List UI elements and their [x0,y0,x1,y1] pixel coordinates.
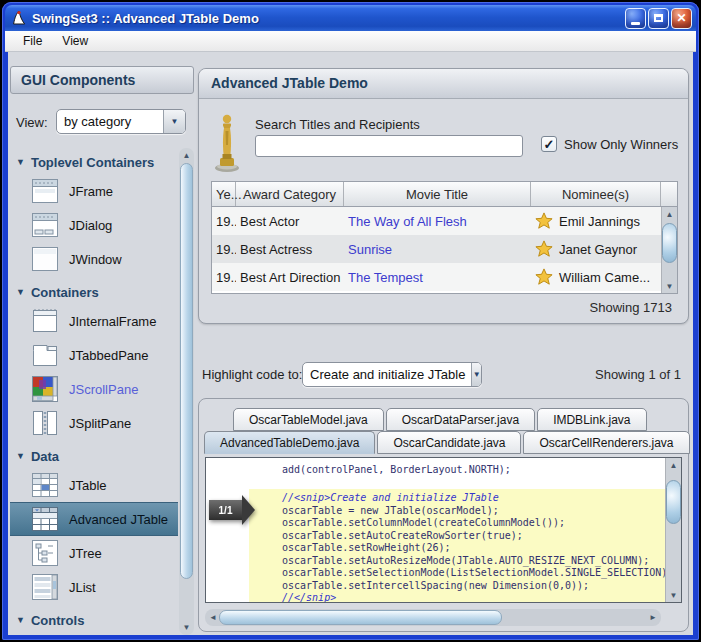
tree-item-advanced-jtable[interactable]: Advanced JTable [10,502,178,536]
table-row[interactable]: 19... Best Actor The Way of All Flesh Em… [212,207,661,235]
collapse-triangle-icon: ▼ [16,287,25,297]
jsplitpane-icon [30,408,60,438]
highlight-code-label: Highlight code to: [202,367,302,382]
tree-section-label: Controls [31,613,84,628]
table-status: Showing 1713 [590,300,672,315]
restore-button[interactable] [648,8,669,29]
scroll-down-icon[interactable]: ▼ [666,588,681,602]
code-tabs-row-2: AdvancedTableDemo.java OscarCandidate.ja… [204,431,688,454]
togglebuttons-icon [30,634,60,635]
jlist-icon [30,572,60,602]
code-line: add(controlPanel, BorderLayout.NORTH); [206,464,665,477]
tree-item-jlist[interactable]: JList [10,570,178,604]
tree-section-controls[interactable]: ▼ Controls [10,608,178,632]
table-scrollbar[interactable]: ▲ ▼ [661,207,677,293]
tree-section-label: Toplevel Containers [31,155,154,170]
scroll-up-icon[interactable]: ▲ [662,207,677,221]
tree-item-jsplitpane[interactable]: JSplitPane [10,406,178,440]
table-scrollbar-thumb[interactable] [662,223,677,263]
column-header-movie-title[interactable]: Movie Title [344,182,531,206]
code-vscroll-thumb[interactable] [666,480,681,524]
table-header: Ye... Award Category Movie Title Nominee… [212,182,677,207]
column-header-nominees[interactable]: Nominee(s) [531,182,661,206]
show-only-winners-checkbox[interactable]: ✓ Show Only Winners [541,136,678,152]
tree-item-jscrollpane[interactable]: JScrollPane [10,372,178,406]
scroll-right-icon[interactable]: ► [645,609,661,626]
snippet-navigator-arrow[interactable]: 1/1 [209,495,255,525]
sidebar-scrollbar[interactable]: ▲ ▼ [179,148,194,635]
close-button[interactable]: ✕ [671,8,692,29]
code-line: oscarTable.setSelectionMode(ListSelectio… [282,567,661,580]
menu-view[interactable]: View [52,32,98,50]
code-line: oscarTable.setRowHeight(26); [282,542,661,555]
tab-oscarcandidate[interactable]: OscarCandidate.java [377,431,521,454]
column-header-year[interactable]: Ye... [212,182,236,206]
title-bar[interactable]: SwingSet3 :: Advanced JTable Demo ✕ [5,5,696,31]
column-header-award-category[interactable]: Award Category [236,182,344,206]
sidebar-scrollbar-thumb[interactable] [180,163,193,579]
cell-nominee: Emil Jannings [531,212,661,230]
chevron-down-icon: ▼ [471,363,481,386]
cell-year: 19... [212,270,236,285]
code-line: oscarTable.setIntercellSpacing(new Dimen… [282,580,661,593]
snippet-count-status: Showing 1 of 1 [595,367,681,382]
scroll-down-icon[interactable]: ▼ [179,620,194,635]
checkbox-checked-icon[interactable]: ✓ [541,136,557,152]
minimize-button[interactable] [625,8,646,29]
collapse-triangle-icon: ▼ [16,451,25,461]
view-combobox-value: by category [57,110,163,133]
tree-item-togglebuttons[interactable]: ToggleButtons [10,632,178,635]
search-input[interactable] [255,135,523,157]
code-viewer: add(controlPanel, BorderLayout.NORTH); /… [205,457,682,603]
code-line: oscarTable.setColumnModel(createColumnMo… [282,517,661,530]
code-vertical-scrollbar[interactable]: ▲ ▼ [665,458,681,602]
scroll-up-icon[interactable]: ▲ [179,148,194,163]
highlight-code-combobox[interactable]: Create and initialize JTable ▼ [302,362,482,387]
table-row[interactable]: 19... Best Art Direction The Tempest Wil… [212,263,661,291]
tree-section-toplevel-containers[interactable]: ▼ Toplevel Containers [10,150,178,174]
tab-advancedtabledemo[interactable]: AdvancedTableDemo.java [204,431,375,454]
scroll-down-icon[interactable]: ▼ [662,279,677,293]
tree-item-jframe[interactable]: JFrame [10,174,178,208]
highlight-code-value: Create and initialize JTable [303,363,471,386]
view-label: View: [16,115,48,130]
tree-item-jwindow[interactable]: JWindow [10,242,178,276]
jscrollpane-icon [30,374,60,404]
tree-section-data[interactable]: ▼ Data [10,444,178,468]
tree-section-containers[interactable]: ▼ Containers [10,280,178,304]
tree-section-label: Data [31,449,59,464]
tree-item-jinternalframe[interactable]: JInternalFrame [10,304,178,338]
cell-movie-title-link[interactable]: Sunrise [344,242,531,257]
sidebar-title: GUI Components [10,66,194,94]
tree-item-jtree[interactable]: JTree [10,536,178,570]
jtable-icon [30,470,60,500]
view-combobox[interactable]: by category ▼ [56,109,186,134]
table-body: 19... Best Actor The Way of All Flesh Em… [212,207,661,293]
tree-section-label: Containers [31,285,99,300]
highlight-code-row: Highlight code to: Create and initialize… [198,360,689,390]
tree-item-jtable[interactable]: JTable [10,468,178,502]
tab-oscarcellrenderers[interactable]: OscarCellRenderers.java [523,431,689,454]
oscar-statue-icon [212,111,242,173]
tab-imdblink[interactable]: IMDBLink.java [537,408,646,431]
tree-item-jdialog[interactable]: JDialog [10,208,178,242]
tree-item-jtabbedpane[interactable]: JTabbedPane [10,338,178,372]
arrow-head-icon [242,495,255,525]
menu-bar: File View [5,31,696,52]
jwindow-icon [30,244,60,274]
tab-oscardataparser[interactable]: OscarDataParser.java [386,408,535,431]
code-text: add(controlPanel, BorderLayout.NORTH); /… [206,458,665,602]
tab-oscartablemodel[interactable]: OscarTableModel.java [233,408,384,431]
code-horizontal-scrollbar[interactable]: ◄ ► [205,609,661,626]
menu-file[interactable]: File [13,32,52,50]
table-header-corner [661,182,677,206]
cell-movie-title-link[interactable]: The Tempest [344,270,531,285]
code-hscroll-thumb[interactable] [219,610,502,625]
collapse-triangle-icon: ▼ [16,615,25,625]
main-area: Advanced JTable Demo Search Title [198,52,693,635]
client-area: GUI Components View: by category ▼ ▼ Top… [8,52,693,635]
table-row[interactable]: 19... Best Actress Sunrise Janet Gaynor [212,235,661,263]
cell-movie-title-link[interactable]: The Way of All Flesh [344,214,531,229]
winner-star-icon [535,240,553,258]
scroll-up-icon[interactable]: ▲ [666,458,681,472]
